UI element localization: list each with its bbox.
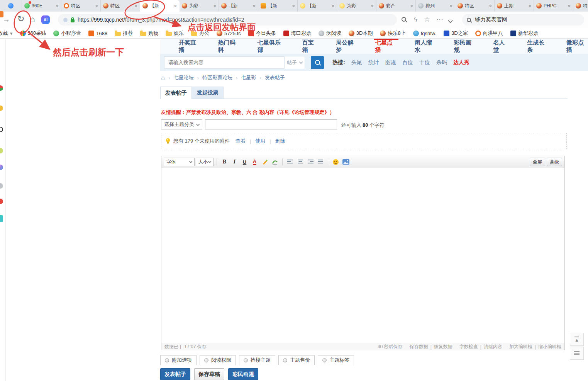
bookmark-folder[interactable]: 推荐 — [115, 30, 133, 37]
browser-tab[interactable]: 彩产 × — [376, 0, 416, 12]
hot-search-item[interactable]: 杀码 — [436, 59, 447, 66]
close-icon[interactable]: × — [134, 3, 137, 9]
editor-body[interactable] — [161, 168, 564, 343]
browser-tab[interactable] — [0, 0, 22, 12]
option-topic-tags[interactable]: 主题标签 — [318, 355, 354, 365]
browser-tab[interactable]: 特区 × — [573, 0, 588, 12]
search-button[interactable] — [311, 56, 324, 69]
bookmark-item[interactable]: 快乐8上 — [380, 30, 405, 37]
close-icon[interactable]: × — [331, 3, 334, 9]
lock-icon[interactable] — [71, 19, 75, 22]
browser-tab[interactable]: 特区 × — [101, 0, 140, 12]
dock-icon[interactable] — [0, 165, 3, 170]
home-button[interactable]: ⌂ — [30, 15, 35, 23]
option-read-permission[interactable]: 阅读权限 — [200, 355, 236, 365]
align-left-icon[interactable] — [286, 158, 295, 167]
nav-item[interactable]: 微彩点播 — [566, 39, 588, 54]
bookmark-item[interactable]: 360采贴 — [20, 30, 46, 37]
fullscreen-button[interactable]: 全屏 — [530, 158, 545, 166]
breadcrumb-link[interactable]: 七星论坛 — [174, 74, 194, 81]
forward-button[interactable]: → — [3, 16, 10, 23]
browser-tab[interactable]: 特区 × — [455, 0, 495, 12]
browser-tab[interactable]: PHPC × — [534, 0, 573, 12]
clear-content-link[interactable]: 清除内容 — [484, 344, 502, 350]
nav-item[interactable]: 彩民画规 — [454, 39, 476, 54]
search-type-select[interactable]: 帖子 — [285, 56, 305, 69]
save-draft-button[interactable]: 保存草稿 — [194, 368, 224, 380]
refresh-button[interactable]: ↻ — [17, 15, 24, 23]
close-icon[interactable]: × — [371, 3, 374, 9]
dock-icon[interactable] — [0, 148, 3, 153]
bookmark-folder[interactable]: 娱乐 — [166, 30, 184, 37]
close-icon[interactable]: × — [174, 3, 177, 9]
bolt-icon[interactable]: ϟ — [414, 16, 417, 23]
highlight-pen-icon[interactable] — [260, 158, 269, 167]
dock-icon[interactable] — [0, 85, 3, 91]
hot-search-item[interactable]: 头尾 — [351, 59, 362, 66]
bookmark-item[interactable]: 新华彩票 — [510, 30, 538, 37]
restore-data-link[interactable]: 恢复数据 — [434, 344, 452, 350]
link-sign-icon[interactable] — [270, 158, 279, 167]
word-check-link[interactable]: 字数检查 — [459, 344, 478, 350]
quick-search-box[interactable]: 够力奖表官网 — [462, 14, 584, 26]
nav-item[interactable]: 周公解梦 — [336, 39, 358, 54]
browser-tab[interactable]: 【新 × — [298, 0, 337, 12]
hot-search-item[interactable]: 图规 — [385, 59, 396, 66]
back-to-top-button[interactable]: ▲ — [570, 333, 584, 346]
close-icon[interactable]: × — [528, 3, 531, 9]
hot-search-item[interactable]: 百位 — [402, 59, 413, 66]
address-bar[interactable]: https://999.tqcp.net/forum_3.php?mod=pos… — [58, 14, 397, 26]
menu-dots-icon[interactable]: ⋯ — [436, 16, 443, 23]
option-grab-floor[interactable]: 抢楼主题 — [239, 355, 275, 365]
underline-button[interactable]: U — [240, 158, 249, 167]
bold-button[interactable]: B — [220, 158, 229, 167]
bookmark-item[interactable]: tqshfw. — [413, 31, 436, 36]
nav-item[interactable]: 七星俱乐部 — [258, 39, 285, 54]
hot-search-item[interactable]: 达人秀 — [453, 59, 469, 66]
bookmark-item[interactable]: 3D之家 — [444, 30, 468, 37]
browser-tab[interactable]: 【新 × — [219, 0, 258, 12]
browser-tab[interactable]: 为彩 × — [180, 0, 219, 12]
bookmark-item[interactable]: 沃阅读 — [319, 30, 341, 37]
browser-tab[interactable]: 排列 × — [416, 0, 455, 12]
browser-tab[interactable]: 【新 × — [258, 0, 298, 12]
site-info-icon[interactable] — [63, 18, 68, 22]
close-icon[interactable]: × — [449, 3, 452, 9]
favorites-menu[interactable]: 收藏 ▾ — [0, 30, 13, 37]
bookmark-folder[interactable]: 办公 — [191, 30, 209, 37]
subject-input[interactable] — [205, 119, 337, 129]
close-icon[interactable]: × — [489, 3, 492, 9]
zoom-page-icon[interactable] — [402, 17, 406, 23]
bookmark-item[interactable]: 3D本期 — [349, 30, 373, 37]
submit-post-button[interactable]: 发表帖子 — [160, 368, 190, 380]
bookmark-folder[interactable]: 购物 — [140, 30, 158, 37]
nav-item[interactable]: 热门码料 — [218, 39, 240, 54]
attachment-delete-link[interactable]: 删除 — [275, 138, 285, 145]
browser-tab-active[interactable]: 【新 × — [140, 0, 180, 12]
close-icon[interactable]: × — [292, 3, 295, 9]
search-input[interactable] — [164, 56, 285, 69]
nav-item[interactable]: 闲人缩水 — [415, 39, 436, 54]
font-family-select[interactable]: 字体 — [164, 158, 195, 166]
dock-icon[interactable] — [0, 215, 3, 222]
nav-item[interactable]: 名人堂 — [493, 39, 510, 54]
attachment-use-link[interactable]: 使用 — [255, 138, 265, 145]
hot-search-item[interactable]: 统计 — [368, 59, 379, 66]
close-icon[interactable]: × — [252, 3, 256, 9]
option-topic-price[interactable]: 主题售价 — [278, 355, 315, 365]
italic-button[interactable]: I — [230, 158, 239, 167]
nav-item[interactable]: 百宝箱 — [302, 39, 318, 54]
enlarge-editor-link[interactable]: 加大编辑框 — [509, 344, 532, 350]
chevron-down-icon[interactable] — [449, 18, 452, 24]
tab-new-thread[interactable]: 发表帖子 — [160, 87, 192, 99]
topic-category-select[interactable]: 选择主题分类 — [161, 119, 202, 129]
close-icon[interactable]: × — [95, 3, 98, 9]
align-right-icon[interactable] — [306, 158, 315, 167]
ai-assistant-button[interactable]: AI — [41, 15, 50, 24]
bookmark-item[interactable]: 向洪甲八 — [475, 30, 503, 37]
align-center-icon[interactable] — [296, 158, 305, 167]
breadcrumb-link[interactable]: 七星彩 — [241, 74, 256, 81]
font-size-select[interactable]: 大小 — [196, 158, 214, 166]
smiley-icon[interactable] — [331, 158, 340, 167]
insert-image-icon[interactable] — [341, 158, 350, 167]
